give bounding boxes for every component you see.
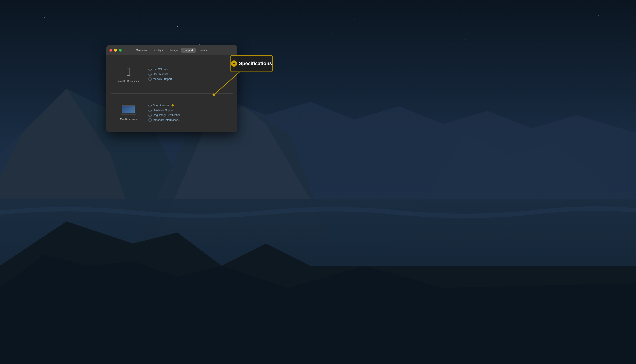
user-manual-text: User Manual — [153, 72, 168, 76]
svg-rect-18 — [121, 114, 136, 115]
macos-help-text: macOS Help — [153, 68, 168, 71]
svg-point-3 — [177, 26, 178, 27]
svg-point-1 — [44, 18, 45, 18]
tab-storage[interactable]: Storage — [166, 48, 181, 53]
svg-point-13 — [576, 28, 576, 29]
close-button[interactable] — [110, 49, 112, 52]
macos-resources-left:  macOS Resources — [111, 66, 146, 82]
link-arrow-icon: › — [148, 118, 152, 122]
tab-support[interactable]: Support — [181, 48, 196, 53]
hardware-support-text: Hardware Support — [153, 109, 174, 112]
link-arrow-icon: › — [148, 72, 152, 76]
svg-point-7 — [532, 22, 532, 22]
svg-point-12 — [465, 40, 466, 40]
annotation-box: ➔ Specifications — [230, 55, 272, 72]
svg-point-4 — [266, 13, 266, 14]
apple-logo-icon:  — [127, 66, 131, 78]
mac-resources-left: Mac Resources — [111, 105, 146, 120]
specifications-text: Specifications — [153, 104, 169, 107]
minimize-button[interactable] — [114, 49, 117, 52]
mac-resources-label: Mac Resources — [120, 118, 137, 120]
macos-resources-links: › macOS Help › User Manual › macOS Suppo… — [146, 68, 233, 80]
maximize-button[interactable] — [119, 49, 122, 52]
desktop-background — [0, 0, 636, 364]
svg-point-9 — [77, 40, 78, 40]
important-information-text: Important Information... — [153, 118, 180, 122]
macos-help-link[interactable]: › macOS Help — [148, 68, 233, 71]
annotation-text: Specifications — [239, 61, 272, 66]
window-content:  macOS Resources › macOS Help › User Ma… — [106, 55, 237, 132]
mac-resources-section: Mac Resources › Specifications › Hardwar… — [106, 94, 237, 132]
about-this-mac-window: Overview Displays Storage Support Servic… — [106, 46, 237, 132]
svg-point-5 — [354, 20, 355, 20]
svg-point-2 — [100, 11, 100, 11]
svg-point-6 — [443, 9, 443, 9]
tab-service[interactable]: Service — [196, 48, 210, 53]
macos-resources-section:  macOS Resources › macOS Help › User Ma… — [106, 55, 237, 94]
laptop-icon — [121, 105, 136, 116]
svg-rect-16 — [122, 106, 135, 113]
link-arrow-icon: › — [148, 68, 152, 71]
svg-point-10 — [199, 44, 200, 45]
regulatory-certification-text: Regulatory Certification — [153, 114, 181, 117]
regulatory-certification-link[interactable]: › Regulatory Certification — [148, 114, 233, 117]
important-information-link[interactable]: › Important Information... — [148, 118, 233, 122]
link-arrow-icon: › — [148, 104, 152, 107]
link-arrow-icon: › — [148, 109, 152, 112]
macos-resources-label: macOS Resources — [118, 80, 139, 82]
svg-point-11 — [332, 33, 333, 34]
annotation-arrow-icon: ➔ — [231, 60, 237, 67]
tab-displays[interactable]: Displays — [150, 48, 165, 53]
macos-support-text: macOS Support — [153, 78, 172, 80]
specifications-highlight-dot — [172, 104, 174, 106]
tab-bar: Overview Displays Storage Support Servic… — [133, 48, 210, 53]
mac-resources-links: › Specifications › Hardware Support › Re… — [146, 104, 233, 122]
svg-point-8 — [598, 15, 598, 16]
hardware-support-link[interactable]: › Hardware Support — [148, 109, 233, 112]
titlebar: Overview Displays Storage Support Servic… — [106, 46, 237, 55]
link-arrow-icon: › — [148, 78, 152, 80]
traffic-lights — [110, 49, 122, 52]
macos-support-link[interactable]: › macOS Support — [148, 78, 233, 80]
tab-overview[interactable]: Overview — [133, 48, 150, 53]
link-arrow-icon: › — [148, 114, 152, 117]
specifications-link[interactable]: › Specifications — [148, 104, 233, 107]
user-manual-link[interactable]: › User Manual — [148, 72, 233, 76]
